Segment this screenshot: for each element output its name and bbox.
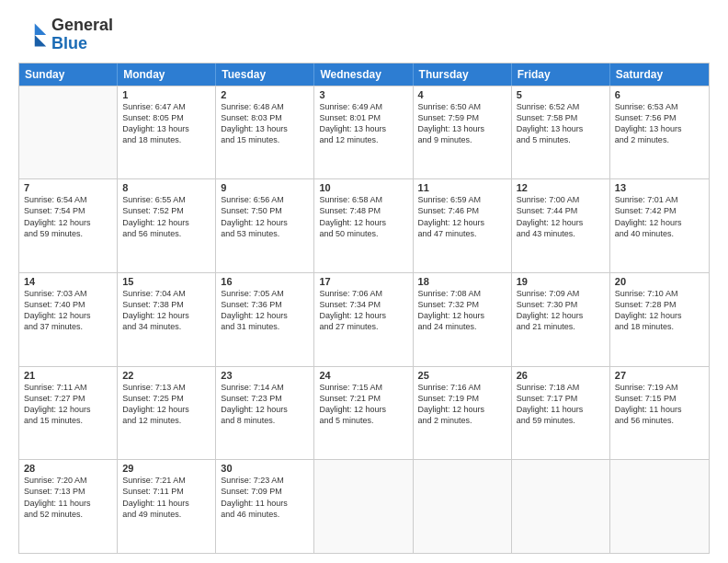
- day-info: Sunrise: 6:53 AM Sunset: 7:56 PM Dayligh…: [615, 101, 704, 146]
- day-number: 4: [418, 89, 506, 100]
- logo: General Blue: [18, 17, 113, 53]
- calendar-week-1: 1Sunrise: 6:47 AM Sunset: 8:05 PM Daylig…: [19, 86, 709, 179]
- day-cell-21: 21Sunrise: 7:11 AM Sunset: 7:27 PM Dayli…: [19, 367, 118, 460]
- day-number: 26: [517, 370, 605, 381]
- header-day-tuesday: Tuesday: [216, 63, 314, 86]
- day-cell-20: 20Sunrise: 7:10 AM Sunset: 7:28 PM Dayli…: [610, 273, 709, 366]
- day-cell-18: 18Sunrise: 7:08 AM Sunset: 7:32 PM Dayli…: [414, 273, 512, 366]
- calendar: SundayMondayTuesdayWednesdayThursdayFrid…: [18, 63, 710, 554]
- day-info: Sunrise: 7:13 AM Sunset: 7:25 PM Dayligh…: [122, 382, 210, 427]
- day-cell-9: 9Sunrise: 6:56 AM Sunset: 7:50 PM Daylig…: [216, 179, 314, 272]
- day-number: 11: [418, 182, 506, 193]
- day-number: 29: [122, 463, 210, 474]
- day-info: Sunrise: 6:59 AM Sunset: 7:46 PM Dayligh…: [418, 194, 506, 239]
- day-number: 3: [319, 89, 407, 100]
- day-number: 13: [615, 182, 704, 193]
- day-number: 9: [221, 182, 309, 193]
- day-cell-1: 1Sunrise: 6:47 AM Sunset: 8:05 PM Daylig…: [118, 86, 216, 179]
- day-cell-14: 14Sunrise: 7:03 AM Sunset: 7:40 PM Dayli…: [19, 273, 118, 366]
- day-info: Sunrise: 7:20 AM Sunset: 7:13 PM Dayligh…: [24, 475, 112, 520]
- day-number: 7: [24, 182, 112, 193]
- day-number: 17: [319, 276, 407, 287]
- header-day-wednesday: Wednesday: [314, 63, 413, 86]
- day-number: 24: [319, 370, 407, 381]
- day-cell-29: 29Sunrise: 7:21 AM Sunset: 7:11 PM Dayli…: [118, 460, 216, 553]
- day-cell-12: 12Sunrise: 7:00 AM Sunset: 7:44 PM Dayli…: [512, 179, 610, 272]
- day-info: Sunrise: 7:03 AM Sunset: 7:40 PM Dayligh…: [24, 288, 112, 333]
- day-info: Sunrise: 6:56 AM Sunset: 7:50 PM Dayligh…: [221, 194, 309, 239]
- day-cell-5: 5Sunrise: 6:52 AM Sunset: 7:58 PM Daylig…: [512, 86, 610, 179]
- header-day-monday: Monday: [118, 63, 216, 86]
- logo-icon: [18, 20, 48, 50]
- day-info: Sunrise: 7:08 AM Sunset: 7:32 PM Dayligh…: [418, 288, 506, 333]
- day-number: 2: [221, 89, 309, 100]
- day-info: Sunrise: 6:55 AM Sunset: 7:52 PM Dayligh…: [122, 194, 210, 239]
- day-info: Sunrise: 7:11 AM Sunset: 7:27 PM Dayligh…: [24, 382, 112, 427]
- day-info: Sunrise: 6:49 AM Sunset: 8:01 PM Dayligh…: [319, 101, 407, 146]
- empty-cell: [314, 460, 413, 553]
- day-cell-24: 24Sunrise: 7:15 AM Sunset: 7:21 PM Dayli…: [314, 367, 413, 460]
- day-cell-19: 19Sunrise: 7:09 AM Sunset: 7:30 PM Dayli…: [512, 273, 610, 366]
- header-day-sunday: Sunday: [19, 63, 118, 86]
- day-info: Sunrise: 7:00 AM Sunset: 7:44 PM Dayligh…: [517, 194, 605, 239]
- logo-general: General Blue: [51, 17, 113, 53]
- day-number: 25: [418, 370, 506, 381]
- day-number: 5: [517, 89, 605, 100]
- header: General Blue: [18, 17, 710, 53]
- day-cell-11: 11Sunrise: 6:59 AM Sunset: 7:46 PM Dayli…: [414, 179, 512, 272]
- day-info: Sunrise: 6:58 AM Sunset: 7:48 PM Dayligh…: [319, 194, 407, 239]
- day-cell-2: 2Sunrise: 6:48 AM Sunset: 8:03 PM Daylig…: [216, 86, 314, 179]
- day-info: Sunrise: 6:47 AM Sunset: 8:05 PM Dayligh…: [122, 101, 210, 146]
- calendar-week-3: 14Sunrise: 7:03 AM Sunset: 7:40 PM Dayli…: [19, 272, 709, 366]
- day-info: Sunrise: 7:01 AM Sunset: 7:42 PM Dayligh…: [615, 194, 704, 239]
- day-number: 15: [122, 276, 210, 287]
- day-info: Sunrise: 7:04 AM Sunset: 7:38 PM Dayligh…: [122, 288, 210, 333]
- day-info: Sunrise: 7:23 AM Sunset: 7:09 PM Dayligh…: [221, 475, 309, 520]
- day-cell-26: 26Sunrise: 7:18 AM Sunset: 7:17 PM Dayli…: [512, 367, 610, 460]
- svg-marker-1: [35, 35, 46, 46]
- day-info: Sunrise: 7:16 AM Sunset: 7:19 PM Dayligh…: [418, 382, 506, 427]
- day-number: 16: [221, 276, 309, 287]
- header-day-friday: Friday: [512, 63, 610, 86]
- day-cell-30: 30Sunrise: 7:23 AM Sunset: 7:09 PM Dayli…: [216, 460, 314, 553]
- day-info: Sunrise: 7:14 AM Sunset: 7:23 PM Dayligh…: [221, 382, 309, 427]
- day-cell-8: 8Sunrise: 6:55 AM Sunset: 7:52 PM Daylig…: [118, 179, 216, 272]
- day-number: 27: [615, 370, 704, 381]
- day-info: Sunrise: 7:05 AM Sunset: 7:36 PM Dayligh…: [221, 288, 309, 333]
- day-info: Sunrise: 7:19 AM Sunset: 7:15 PM Dayligh…: [615, 382, 704, 427]
- day-cell-27: 27Sunrise: 7:19 AM Sunset: 7:15 PM Dayli…: [610, 367, 709, 460]
- day-number: 8: [122, 182, 210, 193]
- day-number: 22: [122, 370, 210, 381]
- day-number: 14: [24, 276, 112, 287]
- day-cell-25: 25Sunrise: 7:16 AM Sunset: 7:19 PM Dayli…: [414, 367, 512, 460]
- day-number: 19: [517, 276, 605, 287]
- empty-cell: [512, 460, 610, 553]
- day-cell-23: 23Sunrise: 7:14 AM Sunset: 7:23 PM Dayli…: [216, 367, 314, 460]
- day-number: 20: [615, 276, 704, 287]
- day-number: 1: [122, 89, 210, 100]
- day-info: Sunrise: 6:48 AM Sunset: 8:03 PM Dayligh…: [221, 101, 309, 146]
- day-number: 6: [615, 89, 704, 100]
- empty-cell: [610, 460, 709, 553]
- day-info: Sunrise: 6:52 AM Sunset: 7:58 PM Dayligh…: [517, 101, 605, 146]
- day-cell-13: 13Sunrise: 7:01 AM Sunset: 7:42 PM Dayli…: [610, 179, 709, 272]
- empty-cell: [19, 86, 118, 179]
- day-number: 21: [24, 370, 112, 381]
- day-number: 23: [221, 370, 309, 381]
- day-info: Sunrise: 7:15 AM Sunset: 7:21 PM Dayligh…: [319, 382, 407, 427]
- day-info: Sunrise: 7:10 AM Sunset: 7:28 PM Dayligh…: [615, 288, 704, 333]
- day-cell-16: 16Sunrise: 7:05 AM Sunset: 7:36 PM Dayli…: [216, 273, 314, 366]
- day-number: 18: [418, 276, 506, 287]
- day-info: Sunrise: 7:06 AM Sunset: 7:34 PM Dayligh…: [319, 288, 407, 333]
- day-info: Sunrise: 7:09 AM Sunset: 7:30 PM Dayligh…: [517, 288, 605, 333]
- logo-blue-text: Blue: [51, 34, 87, 52]
- day-info: Sunrise: 6:54 AM Sunset: 7:54 PM Dayligh…: [24, 194, 112, 239]
- calendar-body: 1Sunrise: 6:47 AM Sunset: 8:05 PM Daylig…: [19, 86, 709, 553]
- header-day-thursday: Thursday: [414, 63, 512, 86]
- calendar-week-2: 7Sunrise: 6:54 AM Sunset: 7:54 PM Daylig…: [19, 178, 709, 272]
- day-number: 12: [517, 182, 605, 193]
- day-cell-15: 15Sunrise: 7:04 AM Sunset: 7:38 PM Dayli…: [118, 273, 216, 366]
- day-info: Sunrise: 6:50 AM Sunset: 7:59 PM Dayligh…: [418, 101, 506, 146]
- day-cell-6: 6Sunrise: 6:53 AM Sunset: 7:56 PM Daylig…: [610, 86, 709, 179]
- day-cell-7: 7Sunrise: 6:54 AM Sunset: 7:54 PM Daylig…: [19, 179, 118, 272]
